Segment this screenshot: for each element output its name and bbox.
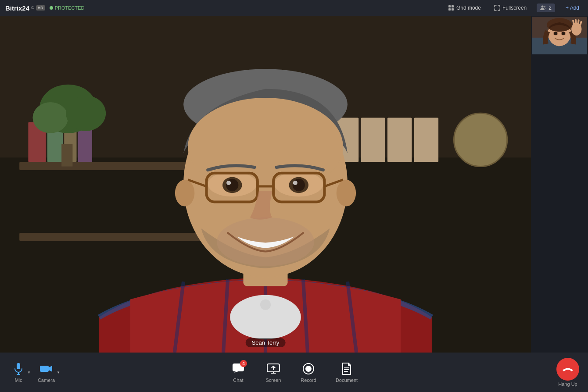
add-participant-button[interactable]: + Add [562, 4, 583, 12]
svg-point-41 [226, 181, 231, 185]
hangup-label: Hang Up [558, 381, 577, 387]
participants-sidebar [531, 16, 588, 353]
svg-point-48 [175, 180, 194, 207]
participant-name-label: Sean Terry [246, 338, 286, 347]
svg-point-34 [217, 217, 314, 266]
add-label: + Add [566, 5, 579, 11]
svg-line-62 [578, 20, 579, 24]
toolbar-right: Hang Up [556, 358, 579, 387]
camera-icon [39, 364, 53, 374]
top-bar: Bitrix24 © HD PROTECTED Grid mode Fullsc… [0, 0, 588, 16]
svg-point-58 [562, 32, 565, 35]
fullscreen-icon [494, 5, 500, 11]
svg-point-40 [293, 179, 305, 191]
svg-line-61 [576, 20, 576, 23]
main-video-area: Sean Terry [0, 16, 531, 353]
svg-point-49 [337, 180, 356, 207]
record-icon [302, 363, 315, 375]
protected-badge: PROTECTED [50, 5, 85, 11]
fullscreen-label: Fullscreen [502, 5, 527, 11]
svg-rect-64 [17, 363, 20, 369]
svg-point-57 [554, 32, 557, 35]
copyright-icon: © [31, 6, 34, 10]
svg-rect-2 [448, 8, 451, 11]
svg-rect-13 [78, 128, 92, 162]
screen-share-button[interactable]: Screen [260, 358, 287, 386]
mic-icon-container [11, 362, 25, 376]
svg-point-72 [305, 366, 312, 372]
grid-icon [448, 5, 454, 11]
svg-rect-3 [452, 8, 454, 11]
document-label: Document [336, 378, 358, 383]
topbar-left: Bitrix24 © HD PROTECTED [5, 4, 85, 12]
phone-hangup-icon [562, 366, 574, 373]
topbar-right: Grid mode Fullscreen 2 + Add [445, 4, 583, 12]
svg-point-5 [544, 6, 545, 7]
main-video-container: Sean Terry [0, 16, 531, 353]
participants-count: 2 [549, 5, 552, 11]
main-video-bg: Sean Terry [0, 16, 531, 353]
svg-rect-16 [387, 118, 412, 162]
svg-rect-11 [47, 129, 63, 162]
svg-point-50 [260, 299, 271, 310]
participants-icon [540, 5, 546, 11]
logo-area: Bitrix24 © HD [5, 4, 45, 12]
record-icon-container [301, 362, 316, 376]
svg-line-60 [573, 21, 574, 24]
svg-rect-0 [448, 5, 451, 7]
document-button[interactable]: Document [330, 358, 363, 386]
hangup-wrapper: Hang Up [556, 358, 579, 387]
camera-inner: Camera [38, 362, 55, 383]
chat-badge: 4 [240, 360, 247, 367]
toolbar-center: 4 Chat Screen [225, 358, 363, 386]
svg-point-42 [293, 181, 298, 185]
bottom-toolbar: Mic ▼ Camera ▼ [0, 353, 588, 392]
svg-point-39 [226, 179, 238, 191]
svg-rect-23 [61, 144, 72, 167]
record-label: Record [301, 378, 316, 383]
chat-icon-container: 4 [231, 362, 245, 376]
mic-icon [13, 363, 24, 375]
svg-line-63 [580, 22, 581, 25]
screen-label: Screen [265, 378, 281, 383]
toolbar-left: Mic ▼ Camera ▼ [9, 358, 62, 386]
grid-mode-button[interactable]: Grid mode [445, 4, 484, 12]
mic-chevron-icon: ▼ [27, 371, 31, 374]
svg-point-4 [541, 6, 544, 8]
chat-button[interactable]: 4 Chat [225, 358, 251, 386]
hd-badge: HD [36, 5, 45, 11]
hangup-button[interactable] [556, 358, 579, 381]
thumbnail-card[interactable] [531, 16, 588, 55]
svg-point-22 [66, 96, 106, 131]
video-scene [0, 16, 531, 353]
record-button[interactable]: Record [295, 358, 322, 386]
camera-label: Camera [38, 378, 55, 383]
svg-rect-17 [414, 118, 439, 162]
shield-icon [50, 6, 53, 10]
fullscreen-button[interactable]: Fullscreen [491, 4, 530, 12]
mic-label: Mic [14, 378, 22, 383]
thumbnail-bg [532, 17, 587, 54]
document-icon [341, 363, 352, 375]
mic-inner: Mic [11, 362, 25, 383]
svg-rect-15 [361, 118, 385, 162]
thumbnail-person [532, 17, 587, 54]
camera-chevron-icon: ▼ [57, 371, 60, 374]
protected-label: PROTECTED [55, 5, 85, 11]
logo-text: Bitrix24 [5, 4, 29, 12]
camera-icon-container [39, 362, 53, 376]
chat-label: Chat [233, 378, 243, 383]
participants-button[interactable]: 2 [537, 4, 555, 12]
camera-button[interactable]: Camera ▼ [36, 358, 62, 386]
document-icon-container [340, 362, 354, 376]
screen-icon [267, 363, 280, 374]
screen-icon-container [266, 362, 280, 376]
grid-mode-label: Grid mode [456, 5, 481, 11]
mic-button[interactable]: Mic ▼ [9, 358, 33, 386]
svg-rect-67 [40, 366, 49, 372]
svg-rect-1 [452, 5, 454, 7]
svg-point-21 [32, 102, 68, 133]
